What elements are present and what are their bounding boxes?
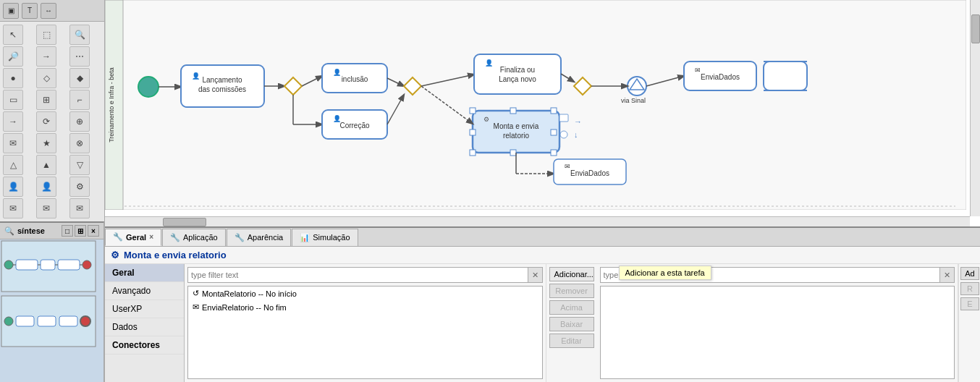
tool-msg4[interactable]: ✉ [69,198,90,218]
tool-gear[interactable]: ⚙ [69,177,90,197]
synthesis-max-btn[interactable]: ⊞ [75,225,86,237]
panel-two-col: ✕ ↺ MontaRelatorio -- No início ✉ EnviaR… [185,264,980,382]
tool-bracket[interactable]: ⌐ [69,90,90,110]
tool-circle2[interactable]: ⊕ [69,111,90,132]
svg-text:EnviaDados: EnviaDados [570,169,609,177]
tool-table[interactable]: ⊞ [36,90,56,110]
acima-btn[interactable]: Acima [549,300,594,315]
svg-rect-3 [41,260,55,270]
tool-zoom-out[interactable]: 🔎 [3,46,23,67]
tab-geral-icon: 🔧 [113,232,123,242]
far-right-e-btn[interactable]: E [960,297,979,310]
tool-triangle2[interactable]: ▲ [36,155,56,175]
properties-panel: 🔧 Geral × 🔧 Aplicação 🔧 Aparência 📊 Simu… [105,226,980,382]
svg-rect-14 [59,316,77,326]
tab-geral[interactable]: 🔧 Geral × [105,229,161,246]
tool-select[interactable]: ↖ [3,25,23,45]
list-box-left: ↺ MontaRelatorio -- No início ✉ EnviaRel… [187,286,543,379]
tool-diamond[interactable]: ◇ [36,68,56,88]
tool-person[interactable]: 👤 [3,177,23,197]
h-scroll-thumb[interactable] [163,218,206,226]
tab-aplicacao-icon: 🔧 [170,233,180,242]
svg-text:relatorio: relatorio [503,132,530,140]
tab-aplicacao[interactable]: 🔧 Aplicação [162,229,226,246]
synthesis-header-left: 🔍 síntese [4,226,45,236]
far-right-add-btn[interactable]: Ad [960,267,979,280]
toolbar-top: ▣ T ↔ [0,0,104,22]
nav-userxp[interactable]: UserXP [105,300,184,318]
search-clear-left[interactable]: ✕ [528,267,543,283]
synthesis-close-btn[interactable]: × [88,225,99,237]
tb-btn-2[interactable]: T [22,3,38,19]
tool-zoom-in[interactable]: 🔍 [69,25,90,45]
synthesis-content [0,239,104,382]
tool-triangle3[interactable]: ▽ [69,155,90,175]
svg-rect-52 [470,150,476,156]
nav-dados[interactable]: Dados [105,318,184,336]
svg-text:👤: 👤 [485,59,494,67]
svg-rect-12 [16,316,34,326]
tb-btn-3[interactable]: ↔ [41,3,56,19]
search-input-right[interactable] [600,267,941,283]
svg-rect-51 [551,130,557,135]
svg-rect-4 [58,260,80,270]
tool-start[interactable]: ● [3,68,23,88]
svg-rect-54 [551,150,557,156]
search-clear-right[interactable]: ✕ [940,267,955,283]
tool-grid: ↖ ⬚ 🔍 🔎 → ⋯ ● ◇ ◆ ▭ ⊞ ⌐ → ⟳ ⊕ ✉ ★ ⊗ △ ▲ [0,22,104,221]
tool-task[interactable]: ▭ [3,90,23,110]
svg-text:👤: 👤 [333,68,342,77]
tool-arrow[interactable]: → [36,46,56,67]
svg-point-18 [138,77,159,97]
svg-rect-50 [470,130,476,135]
tool-diamond2[interactable]: ◆ [69,68,90,88]
list-item-1[interactable]: ✉ EnviaRelatorio -- No fim [188,300,542,314]
tool-msg3[interactable]: ✉ [36,198,56,218]
panel-left-nav: Geral Avançado UserXP Dados Conectores [105,264,185,382]
tab-simulacao-icon: 📊 [300,233,310,242]
v-scroll-thumb[interactable] [971,14,980,43]
add-btn[interactable]: Adicionar... [549,267,594,281]
svg-rect-75 [764,61,807,90]
h-scrollbar[interactable] [105,216,970,226]
tab-geral-label: Geral [126,233,146,242]
nav-conectores[interactable]: Conectores [105,336,184,355]
diagram-svg: Treinamento e Infra - beta 👤 Lançamento … [105,0,966,210]
tab-geral-close[interactable]: × [149,233,153,241]
tab-aparencia-icon: 🔧 [235,233,245,242]
tool-select-box[interactable]: ⬚ [36,25,56,45]
svg-rect-48 [510,108,516,114]
tool-dots[interactable]: ⋯ [69,46,90,67]
main-container: ▣ T ↔ ↖ ⬚ 🔍 🔎 → ⋯ ● ◇ ◆ ▭ ⊞ ⌐ → ⟳ ⊕ [0,0,980,382]
tool-msg[interactable]: ✉ [3,133,23,153]
tab-simulacao[interactable]: 📊 Simulação [292,229,358,246]
nav-geral[interactable]: Geral [105,264,184,282]
tool-circle-arrow[interactable]: ⟳ [36,111,56,132]
svg-point-56 [560,131,567,138]
svg-text:👤: 👤 [192,72,200,80]
editar-btn[interactable]: Editar [549,334,594,348]
list-item-0[interactable]: ↺ MontaRelatorio -- No início [188,286,542,300]
tool-person2[interactable]: 👤 [36,177,56,197]
tool-triangle[interactable]: △ [3,155,23,175]
remover-btn[interactable]: Remover [549,284,594,298]
list-item-icon-0: ↺ [193,289,199,298]
v-scrollbar[interactable] [970,0,980,216]
tb-btn-1[interactable]: ▣ [3,3,19,19]
baixar-btn[interactable]: Baixar [549,317,594,331]
panel-title-icon: ⚙ [111,250,119,260]
svg-text:via Sinal: via Sinal [621,97,646,104]
svg-text:✉: ✉ [695,67,701,74]
far-right-r-btn[interactable]: R [960,282,979,295]
svg-text:Correção: Correção [339,122,370,130]
tool-star[interactable]: ★ [36,133,56,153]
search-input-left[interactable] [187,267,528,283]
tool-msg2[interactable]: ✉ [3,198,23,218]
svg-point-5 [83,260,91,269]
svg-text:⚙: ⚙ [483,116,489,123]
nav-avancado[interactable]: Avançado [105,282,184,300]
tool-arrow-right[interactable]: → [3,111,23,132]
synthesis-min-btn[interactable]: □ [62,225,73,237]
tab-aparencia[interactable]: 🔧 Aparência [227,229,292,246]
tool-circle-x[interactable]: ⊗ [69,133,90,153]
